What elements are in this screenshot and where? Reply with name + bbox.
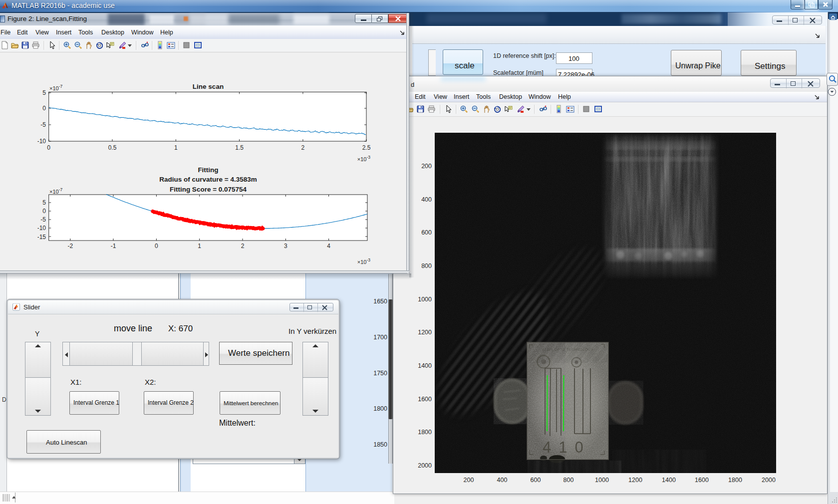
svg-text:-10: -10	[37, 138, 46, 145]
svg-text:-1: -1	[111, 243, 116, 250]
svg-text:0: 0	[47, 144, 50, 151]
svg-text:-10: -10	[37, 225, 46, 232]
svg-text:4: 4	[327, 243, 330, 250]
svg-text:5: 5	[42, 199, 46, 206]
svg-text:0: 0	[42, 105, 46, 112]
svg-text:1.5: 1.5	[235, 144, 244, 151]
svg-text:-5: -5	[40, 216, 46, 223]
svg-text:Line scan: Line scan	[193, 83, 224, 90]
svg-text:3: 3	[284, 243, 287, 250]
svg-text:×10-3: ×10-3	[357, 257, 371, 265]
svg-text:0.5: 0.5	[108, 144, 117, 151]
svg-text:0: 0	[42, 208, 46, 215]
svg-text:×10-3: ×10-3	[357, 155, 371, 162]
svg-text:2: 2	[241, 243, 245, 250]
svg-text:Fitting Score = 0.075754: Fitting Score = 0.075754	[170, 186, 247, 193]
svg-text:2: 2	[301, 144, 305, 151]
svg-text:410: 410	[543, 439, 591, 456]
svg-text:1: 1	[198, 243, 201, 250]
svg-text:-15: -15	[37, 234, 46, 241]
svg-text:×10-7: ×10-7	[49, 187, 63, 195]
svg-text:×10-7: ×10-7	[49, 84, 63, 91]
svg-text:-2: -2	[67, 243, 73, 250]
svg-text:Fitting: Fitting	[198, 166, 218, 174]
svg-text:2.5: 2.5	[362, 144, 371, 151]
svg-text:Radius of curvature = 4.3583m: Radius of curvature = 4.3583m	[159, 176, 257, 183]
svg-text:0: 0	[155, 243, 158, 250]
svg-text:1: 1	[174, 144, 178, 151]
svg-text:5: 5	[42, 89, 46, 96]
svg-text:-5: -5	[40, 121, 46, 128]
